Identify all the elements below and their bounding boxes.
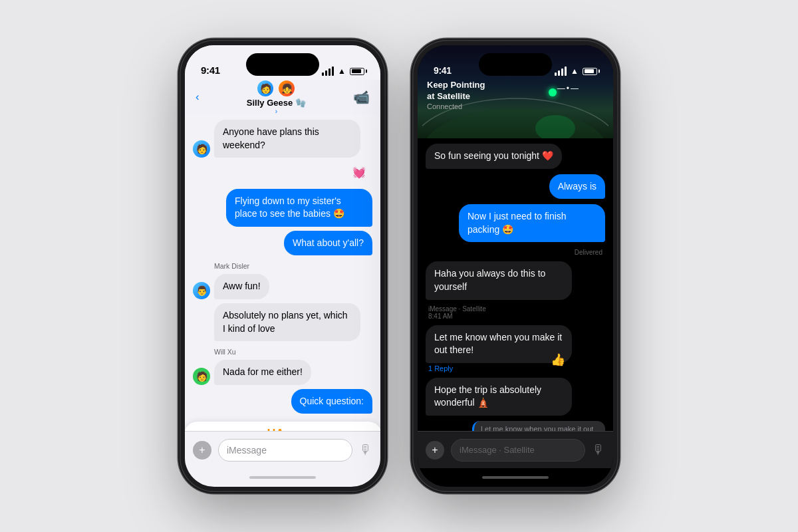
mic-button-1[interactable]: 🎙 [359, 442, 372, 458]
msg-6: Absolutely no plans yet, which I kind of… [193, 303, 372, 341]
signal-bar-7 [561, 68, 563, 76]
home-bar-2 [418, 468, 613, 487]
bubble-7: Nada for me either! [214, 360, 311, 385]
msg-3: Flying down to my sister's place to see … [193, 189, 372, 227]
thumbs-reaction-1: 👍 [551, 352, 565, 368]
signal-bars-1 [322, 66, 334, 76]
signal-bar-4 [332, 66, 334, 76]
video-call-button-1[interactable]: 📹 [353, 89, 370, 105]
status-time-2: 9:41 [434, 65, 452, 76]
phone-2: 9:41 ▲ Kee [412, 40, 618, 492]
dark-bubble-2: Always is [549, 174, 605, 200]
battery-2 [583, 68, 597, 75]
mic-button-2[interactable]: 🎙 [592, 442, 605, 458]
dark-msg-4: Haha you always do this to yourself [426, 261, 605, 299]
satellite-dot [549, 88, 557, 96]
dark-bubble-3: Now I just need to finish packing 🤩 [459, 204, 605, 242]
home-bar-line-1 [249, 476, 316, 479]
svg-point-1 [422, 108, 608, 138]
dark-bubble-5: Let me know when you make it out there! … [426, 325, 572, 363]
dark-msg-7: Let me know when you make it out there! … [426, 421, 605, 431]
bubble-8: Quick question: [291, 389, 373, 414]
input-bar-1: + iMessage 🎙 [185, 431, 380, 468]
msg-5: 👨 Aww fun! [193, 274, 372, 299]
input-placeholder-1: iMessage [227, 445, 267, 456]
wifi-icon-2: ▲ [571, 66, 579, 76]
satellite-signal-icon: —•— [557, 84, 580, 93]
bubble-1: Anyone have plans this weekend? [214, 120, 360, 158]
home-bar-line-2 [482, 476, 549, 479]
reaction-bar-1[interactable]: ❤️ 👍 👎 HA HA ‼️ ❓ 🎂 ⚡ [185, 422, 380, 431]
signal-bar-2 [325, 70, 327, 76]
bubble-3: Flying down to my sister's place to see … [226, 189, 372, 227]
battery-fill-2 [585, 69, 594, 73]
dynamic-island-1 [246, 53, 319, 76]
imessage-sat-label: iMessage · Satellite8:41 AM [428, 305, 486, 320]
sender-label-2: Will Xu [214, 345, 372, 357]
message-input-1[interactable]: iMessage [218, 439, 352, 462]
satellite-status: Keep Pointingat Satellite Connected [427, 80, 485, 110]
dark-satellite-label: iMessage · Satellite8:41 AM [426, 305, 605, 320]
status-icons-2: ▲ [555, 66, 597, 76]
msg-8: Quick question: [193, 389, 372, 414]
plus-button-1[interactable]: + [193, 441, 211, 460]
nav-center-1: 🧑 👧 Silly Geese 🧤 › [247, 79, 306, 115]
back-button-1[interactable]: ‹ [196, 90, 200, 104]
group-name-1: Silly Geese 🧤 [247, 98, 306, 108]
signal-bar-5 [555, 72, 557, 76]
wifi-icon-1: ▲ [338, 66, 346, 76]
quoted-bubble-1: Let me know when you make it out there! [472, 421, 605, 431]
input-bar-2: + iMessage · Satellite 🎙 [418, 431, 613, 468]
messages-area-2[interactable]: So fun seeing you tonight ❤️ Always is N… [418, 138, 613, 431]
dark-status-1: Delivered [426, 247, 605, 256]
group-avatar-2: 👧 [277, 79, 296, 98]
signal-bars-2 [555, 66, 567, 76]
input-placeholder-2: iMessage · Satellite [460, 445, 535, 455]
plus-button-2[interactable]: + [426, 441, 444, 460]
msg-5-wrapper: Let me know when you make it out there! … [426, 325, 572, 372]
dark-bubble-6: Hope the trip is absolutely wonderful 🛕 [426, 378, 572, 416]
group-avatar-1: 🧑 [256, 79, 275, 98]
signal-bar-3 [329, 68, 331, 76]
sender-name-2: Will Xu [214, 348, 236, 356]
signal-bar-6 [558, 70, 560, 76]
bubble-5: Aww fun! [214, 274, 269, 299]
signal-bar-1 [322, 72, 324, 76]
phone-1: 9:41 ▲ ‹ [180, 40, 386, 492]
battery-1 [350, 68, 364, 75]
msg-7: 🧑 Nada for me either! [193, 360, 372, 385]
msg-2: 💓 [193, 162, 372, 184]
dynamic-island-2 [479, 53, 552, 76]
bubble-6: Absolutely no plans yet, which I kind of… [214, 303, 360, 341]
dark-msg-1: So fun seeing you tonight ❤️ [426, 144, 605, 169]
dark-msg-3: Now I just need to finish packing 🤩 [426, 204, 605, 242]
status-icons-1: ▲ [322, 66, 364, 76]
msg-1: 🧑 Anyone have plans this weekend? [193, 120, 372, 158]
sender-label-1: Mark Disler [214, 259, 372, 271]
phone-1-screen: 9:41 ▲ ‹ [185, 45, 380, 487]
reply-wrapper: Let me know when you make it out there! … [459, 421, 605, 431]
message-input-2[interactable]: iMessage · Satellite [451, 439, 585, 462]
home-bar-1 [185, 468, 380, 487]
messages-area-1[interactable]: 🧑 Anyone have plans this weekend? 💓 Flyi… [185, 114, 380, 431]
avatar-3: 🧑 [193, 368, 210, 385]
satellite-connected: Connected [427, 102, 485, 110]
sender-name-1: Mark Disler [214, 262, 249, 270]
dark-bubble-1: So fun seeing you tonight ❤️ [426, 144, 562, 169]
nav-bar-1: ‹ 🧑 👧 Silly Geese 🧤 › 📹 [185, 80, 380, 114]
bubble-2: 💓 [346, 162, 372, 184]
msg-4: What about y'all? [193, 231, 372, 256]
delivered-status: Delivered [575, 249, 602, 256]
bubble-4: What about y'all? [284, 231, 372, 256]
phone-2-screen: 9:41 ▲ Kee [418, 45, 613, 487]
signal-bar-8 [565, 66, 567, 76]
dark-msg-5: Let me know when you make it out there! … [426, 325, 605, 372]
dark-msg-6: Hope the trip is absolutely wonderful 🛕 [426, 378, 605, 416]
battery-fill-1 [352, 69, 361, 73]
dark-msg-2: Always is [426, 174, 605, 200]
avatar-2: 👨 [193, 282, 210, 299]
status-time-1: 9:41 [201, 65, 220, 76]
avatar-1: 🧑 [193, 140, 210, 158]
satellite-title: Keep Pointingat Satellite [427, 80, 485, 102]
dark-bubble-4: Haha you always do this to yourself [426, 261, 572, 299]
